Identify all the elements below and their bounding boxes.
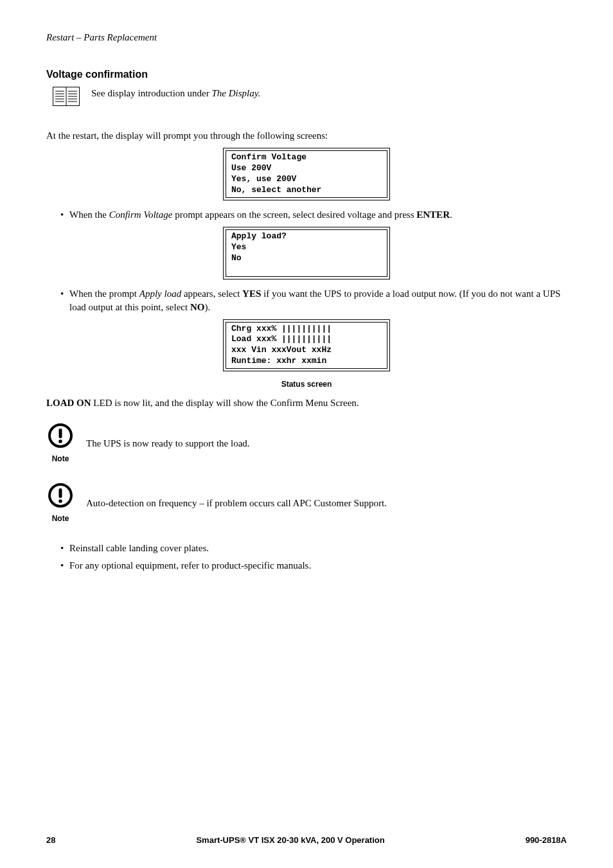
lcd2-l4 xyxy=(231,264,236,274)
load-on-line: LOAD ON LED is now lit, and the display … xyxy=(46,396,567,410)
bullet-list-2: When the prompt Apply load appears, sele… xyxy=(46,287,567,314)
lcd-inner: Chrg xxx% |||||||||| Load xxx% |||||||||… xyxy=(226,322,387,369)
restart-prompt: At the restart, the display will prompt … xyxy=(46,129,567,143)
lcd1-l3: Yes, use 200V xyxy=(231,174,296,184)
note-label: Note xyxy=(52,513,69,524)
note2-text: Auto-detection on frequency – if problem… xyxy=(86,497,387,510)
svg-rect-16 xyxy=(59,488,62,498)
book-icon xyxy=(53,87,80,110)
lcd2-l1: Apply load? xyxy=(231,231,287,241)
bullet-optional: For any optional equipment, refer to pro… xyxy=(60,559,567,572)
bullet-apply-load: When the prompt Apply load appears, sele… xyxy=(60,287,567,314)
bullet-reinstall: Reinstall cable landing cover plates. xyxy=(60,542,567,555)
svg-point-14 xyxy=(58,439,62,443)
svg-rect-13 xyxy=(59,429,62,438)
b1-italic: Confirm Voltage xyxy=(109,209,173,220)
note-block-2: Note Auto-detection on frequency – if pr… xyxy=(46,483,567,524)
intro-prefix: See display introduction under xyxy=(91,88,211,98)
alert-icon xyxy=(48,483,73,512)
running-header: Restart – Parts Replacement xyxy=(46,31,567,44)
lcd-inner: Confirm Voltage Use 200V Yes, use 200V N… xyxy=(226,150,387,198)
lcd1-l2: Use 200V xyxy=(231,163,271,173)
bullet-list-3: Reinstall cable landing cover plates. Fo… xyxy=(46,542,567,572)
status-caption: Status screen xyxy=(46,379,567,390)
b1-prefix: When the xyxy=(69,209,109,220)
bullet-list-1: When the Confirm Voltage prompt appears … xyxy=(46,208,567,222)
lcd3-l4: Runtime: xxhr xxmin xyxy=(231,356,326,366)
b2-italic: Apply load xyxy=(139,288,181,299)
note-label: Note xyxy=(52,454,69,465)
lcd3-l1: Chrg xxx% |||||||||| xyxy=(231,324,332,333)
b2-bold1: YES xyxy=(242,288,261,299)
note-icon-wrap: Note xyxy=(46,423,75,465)
section-heading: Voltage confirmation xyxy=(46,67,567,82)
load-on-rest: LED is now lit, and the display will sho… xyxy=(91,398,359,408)
lcd2-l2: Yes xyxy=(231,242,246,252)
intro-text: See display introduction under The Displ… xyxy=(91,87,260,100)
lcd-status: Chrg xxx% |||||||||| Load xxx% |||||||||… xyxy=(223,319,390,372)
note1-text: The UPS is now ready to support the load… xyxy=(86,437,250,450)
b1-mid: prompt appears on the screen, select des… xyxy=(172,209,416,220)
lcd-apply-load: Apply load? Yes No xyxy=(223,227,390,279)
note-icon-wrap: Note xyxy=(46,483,75,524)
alert-icon xyxy=(48,423,73,452)
intro-row: See display introduction under The Displ… xyxy=(53,87,567,110)
svg-point-17 xyxy=(58,499,62,503)
b2-mid1: appears, select xyxy=(181,288,242,299)
intro-italic: The Display. xyxy=(211,88,260,98)
lcd3-l2: Load xxx% |||||||||| xyxy=(231,334,332,344)
lcd1-l1: Confirm Voltage xyxy=(231,152,306,162)
lcd1-l4: No, select another xyxy=(231,185,321,195)
lcd2-l3: No xyxy=(231,253,242,263)
b2-suffix: ). xyxy=(204,302,210,312)
lcd3-l3: xxx Vin xxxVout xxHz xyxy=(231,345,332,355)
load-on-bold: LOAD ON xyxy=(46,398,91,408)
b1-suffix: . xyxy=(450,209,452,220)
b2-prefix: When the prompt xyxy=(69,288,139,299)
note-block-1: Note The UPS is now ready to support the… xyxy=(46,423,567,465)
lcd-confirm-voltage: Confirm Voltage Use 200V Yes, use 200V N… xyxy=(223,148,390,200)
lcd-inner: Apply load? Yes No xyxy=(226,229,387,277)
b1-bold: ENTER xyxy=(416,209,450,220)
bullet-confirm-voltage: When the Confirm Voltage prompt appears … xyxy=(60,208,567,222)
b2-bold2: NO xyxy=(190,302,205,312)
